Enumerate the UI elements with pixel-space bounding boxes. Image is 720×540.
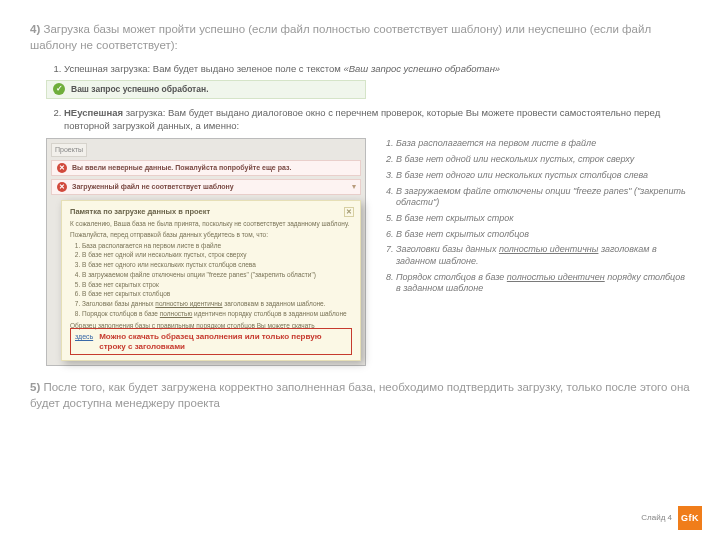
success-bar: ✓ Ваш запрос успешно обработан. bbox=[46, 80, 366, 99]
download-caption: Можно скачать образец заполнения или тол… bbox=[99, 332, 347, 351]
outer-list: Успешная загрузка: Вам будет выдано зеле… bbox=[64, 63, 690, 366]
memo-box: Памятка по загрузке данных в проект ✕ К … bbox=[61, 200, 361, 362]
close-icon: ✕ bbox=[344, 207, 354, 217]
section-4-heading: 4) Загрузка базы может пройти успешно (е… bbox=[30, 22, 690, 53]
error-row-1: ✕ Вы ввели неверные данные. Пожалуйста п… bbox=[51, 160, 361, 176]
success-bar-text: Ваш запрос успешно обработан. bbox=[71, 84, 209, 95]
download-callout: здесь Можно скачать образец заполнения и… bbox=[70, 328, 352, 355]
check-icon: ✓ bbox=[53, 83, 65, 95]
chevron-down-icon: ▾ bbox=[352, 182, 356, 193]
error-icon: ✕ bbox=[57, 163, 67, 173]
section-4-text: Загрузка базы может пройти успешно (если… bbox=[30, 23, 651, 51]
section-5-text: После того, как будет загружена корректн… bbox=[30, 381, 690, 409]
slide-number: Слайд 4 bbox=[641, 513, 672, 524]
item-unsuccess: НЕуспешная загрузка: Вам будет выдано ди… bbox=[64, 107, 690, 367]
checklist: База располагается на первом листе в фай… bbox=[380, 138, 690, 366]
logo: GfK bbox=[678, 506, 702, 530]
shot-tab: Проекты bbox=[51, 143, 87, 156]
download-link[interactable]: здесь bbox=[75, 332, 93, 341]
section-5-num: 5) bbox=[30, 381, 40, 393]
memo-list: База располагается на первом листе в фай… bbox=[82, 242, 354, 319]
item-success: Успешная загрузка: Вам будет выдано зеле… bbox=[64, 63, 690, 99]
error-icon: ✕ bbox=[57, 182, 67, 192]
error-row-2: ✕ Загруженный файл не соответствует шабл… bbox=[51, 179, 361, 195]
section-4-num: 4) bbox=[30, 23, 40, 35]
footer: Слайд 4 GfK bbox=[641, 506, 702, 530]
dialog-screenshot: Проекты ✕ Вы ввели неверные данные. Пожа… bbox=[46, 138, 366, 366]
section-5-heading: 5) После того, как будет загружена корре… bbox=[30, 380, 690, 411]
